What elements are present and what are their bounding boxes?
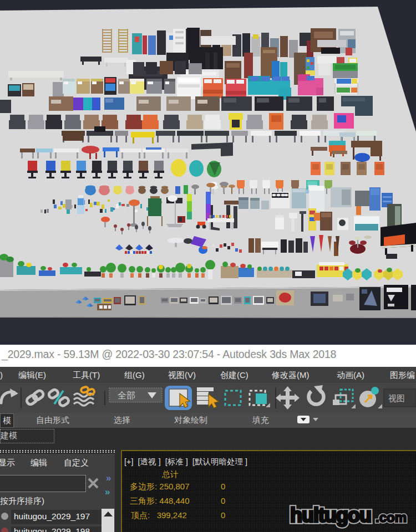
svg-text:huitugou: huitugou — [290, 504, 371, 526]
svg-text:.com: .com — [376, 510, 407, 525]
svg-text:全部: 全部 — [118, 391, 135, 400]
svg-text:视图: 视图 — [388, 393, 405, 403]
